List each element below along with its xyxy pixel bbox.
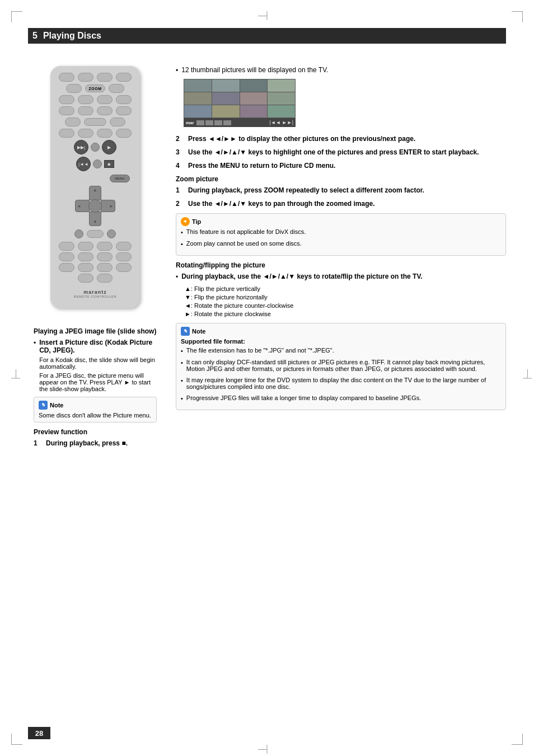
remote-btn[interactable] [97, 73, 113, 82]
step4-text: Press the MENU to return to Picture CD m… [188, 162, 506, 170]
numpad-btn[interactable] [116, 252, 132, 261]
remote-btn[interactable] [66, 84, 82, 93]
dpad-right[interactable] [101, 200, 115, 212]
note-bullet2: • It can only display DCF-standard still… [181, 359, 501, 372]
numpad-btn[interactable] [59, 263, 74, 272]
note-text2: It can only display DCF-standard still p… [186, 359, 501, 372]
menu-button[interactable]: MENU [110, 175, 130, 182]
bullet-dot: • [176, 273, 178, 281]
numpad-btn[interactable] [59, 252, 74, 261]
remote-btn[interactable] [87, 230, 104, 238]
remote-btn[interactable] [116, 95, 132, 104]
remote-btn[interactable] [97, 95, 113, 104]
small-btn[interactable] [93, 159, 102, 168]
thumb-dot [196, 120, 204, 125]
rotate-up: ▲: Flip the picture vertically [176, 285, 506, 292]
remote-btn[interactable] [97, 106, 113, 115]
remote-row-3 [56, 95, 134, 104]
numpad-row [59, 263, 132, 272]
numpad-btn[interactable] [97, 242, 113, 251]
rotate-right: ►: Rotate the picture clockwise [176, 311, 506, 317]
zoom-step1-text: During playback, press ZOOM repeatedly t… [188, 186, 506, 194]
note-text1: The file extension has to be "*.JPG" and… [186, 347, 501, 354]
remote-row-4 [56, 106, 134, 115]
note-left-text: Some discs don't allow the Picture menu. [39, 412, 152, 419]
note-right-icon: ✎ [181, 327, 190, 336]
jpeg-section: Playing a JPEG image file (slide show) •… [34, 322, 157, 453]
remote-btn[interactable] [116, 106, 132, 115]
remote-btn[interactable] [78, 73, 93, 82]
tip-icon: ✦ [181, 217, 190, 226]
numpad-btn[interactable] [97, 252, 113, 261]
remote-btn[interactable] [78, 95, 93, 104]
zoom-step2-num: 2 [176, 200, 184, 208]
zoom-heading: Zoom picture [176, 175, 506, 183]
numpad-btn[interactable] [59, 242, 74, 251]
remote-brand: marantz REMOTE CONTROLLER [74, 289, 117, 298]
numpad-btn[interactable] [97, 274, 113, 283]
jpeg-para2: For a JPEG disc, the picture menu will a… [39, 372, 157, 392]
remote-btn-sm[interactable] [107, 229, 116, 238]
note-supported: Supported file format: [181, 338, 501, 345]
tip-text2: Zoom play cannot be used on some discs. [186, 240, 501, 247]
numpad-btn[interactable] [78, 263, 93, 272]
remote-btn[interactable] [59, 129, 74, 138]
remote-btn[interactable] [116, 129, 132, 138]
remote-btn[interactable] [65, 118, 81, 126]
remote-btn[interactable] [110, 118, 125, 126]
preview-step1-num: 1 [34, 439, 41, 447]
numpad-btn[interactable] [97, 263, 113, 272]
thumb-cell [240, 79, 268, 92]
dpad-left[interactable] [75, 200, 90, 212]
thumbnail-image-area: mar |◄◄ ►►| [184, 79, 506, 127]
dpad-up[interactable] [89, 186, 101, 200]
thumb-cell [268, 92, 295, 105]
numpad-btn[interactable] [78, 252, 93, 261]
bullet-dot: • [181, 241, 183, 247]
header-bar: 5 Playing Discs [28, 28, 506, 44]
thumbnail-intro-text: 12 thumbnail pictures will be displayed … [181, 66, 506, 74]
brand-sub: REMOTE CONTROLLER [74, 295, 117, 298]
right-column: • 12 thumbnail pictures will be displaye… [162, 60, 506, 717]
remote-btn-wide[interactable] [84, 118, 106, 126]
jpeg-heading: Playing a JPEG image file (slide show) [34, 327, 157, 335]
stop-button[interactable]: ■ [104, 160, 114, 168]
skip-back-button[interactable]: |◄◄ [76, 157, 91, 171]
numpad-btn[interactable] [78, 274, 93, 283]
remote-btn[interactable] [78, 129, 93, 138]
thumb-dot [205, 120, 213, 125]
remote-row-5 [56, 118, 134, 126]
thumb-cell [240, 105, 268, 118]
play-button[interactable]: ▶ [102, 140, 116, 154]
dpad-down[interactable] [89, 212, 101, 226]
note-right-box: ✎ Note Supported file format: • The file… [176, 323, 506, 410]
numpad-row [59, 252, 132, 261]
numpad-btn[interactable] [78, 242, 93, 251]
thumb-cell [184, 92, 212, 105]
step3: 3 Use the ◄/►/▲/▼ keys to highlight one … [176, 148, 506, 156]
remote-btn[interactable] [116, 73, 132, 82]
jpeg-bullet: • Insert a Picture disc (Kodak Picture C… [34, 339, 157, 392]
skip-fwd-button[interactable]: ▶▶| [74, 140, 88, 154]
small-btn[interactable] [91, 143, 100, 152]
menu-row: MENU [56, 175, 134, 182]
remote-btn[interactable] [59, 73, 74, 82]
dpad [75, 186, 115, 226]
remote-btn[interactable] [59, 106, 74, 115]
dpad-center[interactable] [88, 199, 102, 213]
thumb-dot [223, 120, 231, 125]
transport-row: ▶▶| ▶ [56, 140, 134, 154]
step4: 4 Press the MENU to return to Picture CD… [176, 162, 506, 170]
remote-btn[interactable] [97, 129, 113, 138]
thumb-cell [240, 92, 268, 105]
step2: 2 Press ◄◄/►► to display the other pictu… [176, 135, 506, 143]
remote-btn-sm[interactable] [74, 229, 83, 238]
numpad-btn[interactable] [116, 242, 132, 251]
note-right-title: Note [192, 328, 205, 335]
numpad-btn[interactable] [116, 263, 132, 272]
tip-title: Tip [192, 218, 201, 225]
remote-btn[interactable] [78, 106, 93, 115]
remote-btn[interactable] [109, 84, 124, 93]
remote-btn[interactable] [59, 95, 74, 104]
zoom-button[interactable]: ZOOM [85, 84, 105, 92]
